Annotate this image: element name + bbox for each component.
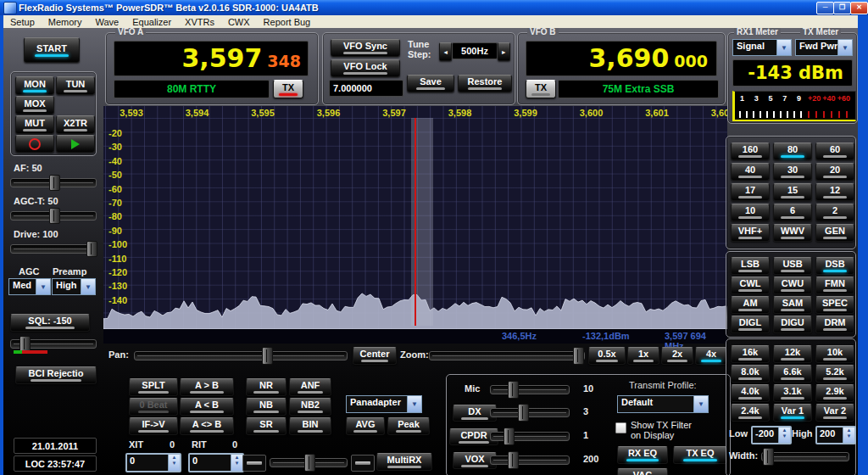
filter-button-16k[interactable]: 16k bbox=[731, 345, 770, 363]
spinner-up-icon[interactable]: ▲ bbox=[779, 428, 790, 433]
xit-spinner[interactable]: 0▲▼ bbox=[125, 453, 181, 472]
zero-beat-button[interactable]: 0 Beat bbox=[129, 398, 178, 416]
vfo-a-frequency-display[interactable]: 3,597 348 bbox=[114, 41, 309, 76]
mode-button-fmn[interactable]: FMN bbox=[815, 277, 854, 294]
close-button[interactable]: ✕ bbox=[850, 2, 868, 14]
spinner-down-icon[interactable]: ▼ bbox=[843, 433, 854, 439]
rx-meter-select[interactable]: Signal▼ bbox=[732, 39, 792, 56]
band-button-80[interactable]: 80 bbox=[773, 142, 812, 160]
tune-step-down-button[interactable]: ◄ bbox=[439, 42, 452, 61]
spinner-down-icon[interactable]: ▼ bbox=[169, 461, 180, 467]
menu-item-memory[interactable]: Memory bbox=[42, 17, 89, 27]
filter-high-spinner[interactable]: 200▲▼ bbox=[815, 426, 856, 444]
drive-slider[interactable] bbox=[10, 241, 97, 255]
mode-button-sam[interactable]: SAM bbox=[773, 296, 812, 314]
menu-item-equalizer[interactable]: Equalizer bbox=[125, 17, 178, 27]
band-button-60[interactable]: 60 bbox=[815, 142, 854, 160]
tuning-cursor[interactable] bbox=[415, 118, 416, 326]
menu-item-cwx[interactable]: CWX bbox=[221, 17, 257, 27]
mode-button-drm[interactable]: DRM bbox=[815, 316, 854, 333]
vfo-a-tx-button[interactable]: TX bbox=[273, 80, 303, 98]
zoom-1x-button[interactable]: 1x bbox=[627, 347, 659, 365]
menu-item-wave[interactable]: Wave bbox=[88, 17, 125, 27]
vfo-lock-button[interactable]: VFO Lock bbox=[331, 59, 400, 77]
spinner-down-icon[interactable]: ▼ bbox=[779, 433, 790, 439]
bin-button[interactable]: BIN bbox=[289, 417, 331, 435]
x2tr-button[interactable]: X2TR bbox=[56, 115, 95, 134]
rx-eq-button[interactable]: RX EQ bbox=[617, 446, 668, 464]
filter-button-2k9[interactable]: 2.9k bbox=[815, 384, 854, 402]
filter-button-4k[interactable]: 4.0k bbox=[731, 384, 770, 402]
vac-button[interactable]: VAC bbox=[617, 468, 668, 475]
tx-eq-button[interactable]: TX EQ bbox=[673, 446, 727, 464]
maximize-button[interactable]: ❐ bbox=[833, 2, 851, 14]
title-bar[interactable]: FlexRadio Systems™ PowerSDR™ Beta v2.0.1… bbox=[0, 0, 868, 15]
filter-button-var2[interactable]: Var 2 bbox=[815, 404, 854, 422]
a-to-b-button[interactable]: A > B bbox=[180, 378, 234, 396]
filter-width-slider[interactable] bbox=[761, 448, 849, 464]
a-swap-b-button[interactable]: A <> B bbox=[180, 417, 234, 435]
dx-slider[interactable] bbox=[490, 404, 570, 420]
peak-button[interactable]: Peak bbox=[387, 417, 430, 435]
show-tx-filter-checkbox[interactable] bbox=[615, 422, 626, 433]
filter-button-8k[interactable]: 8.0k bbox=[731, 365, 770, 383]
if-to-vfo-button[interactable]: IF->V bbox=[129, 417, 178, 435]
band-button-30[interactable]: 30 bbox=[773, 163, 812, 181]
filter-button-10k[interactable]: 10k bbox=[815, 345, 854, 363]
split-button[interactable]: SPLT bbox=[129, 378, 178, 396]
tun-button[interactable]: TUN bbox=[56, 76, 95, 95]
frequency-entry-field[interactable]: 7.000000 bbox=[329, 80, 403, 97]
nb-button[interactable]: NB bbox=[246, 398, 287, 416]
zoom-05x-button[interactable]: 0.5x bbox=[588, 347, 626, 365]
band-button-gen[interactable]: GEN bbox=[815, 224, 854, 242]
sub-rx-gain-slider[interactable] bbox=[351, 455, 375, 472]
display-mode-select[interactable]: Panadapter▼ bbox=[346, 395, 422, 413]
squelch-slider[interactable] bbox=[10, 336, 97, 350]
mode-button-usb[interactable]: USB bbox=[773, 257, 812, 275]
sub-rx-pan-slider[interactable] bbox=[270, 454, 348, 470]
band-button-15[interactable]: 15 bbox=[773, 183, 812, 201]
mode-button-cwu[interactable]: CWU bbox=[773, 277, 812, 294]
nb2-button[interactable]: NB2 bbox=[289, 398, 331, 416]
filter-button-6k6[interactable]: 6.6k bbox=[773, 365, 812, 383]
band-button-17[interactable]: 17 bbox=[731, 183, 770, 201]
spinner-down-icon[interactable]: ▼ bbox=[231, 461, 242, 467]
play-button[interactable] bbox=[56, 135, 95, 153]
af-slider[interactable] bbox=[10, 175, 97, 189]
zoom-slider[interactable] bbox=[429, 347, 585, 363]
band-button-2[interactable]: 2 bbox=[815, 204, 854, 221]
filter-button-var1[interactable]: Var 1 bbox=[773, 404, 812, 422]
mode-button-digl[interactable]: DIGL bbox=[731, 316, 770, 333]
mode-button-lsb[interactable]: LSB bbox=[731, 257, 770, 275]
vfo-b-frequency-display[interactable]: 3,690 000 bbox=[526, 41, 717, 76]
anf-button[interactable]: ANF bbox=[289, 378, 331, 396]
vfo-sync-button[interactable]: VFO Sync bbox=[331, 39, 400, 57]
agc-select[interactable]: Med▼ bbox=[8, 278, 51, 295]
menu-item-report-bug[interactable]: Report Bug bbox=[257, 17, 318, 27]
record-button[interactable] bbox=[15, 135, 54, 153]
band-button-20[interactable]: 20 bbox=[815, 163, 854, 181]
cpdr-slider[interactable] bbox=[490, 428, 570, 444]
bci-rejection-button[interactable]: BCI Rejectio bbox=[15, 366, 97, 384]
preamp-select[interactable]: High▼ bbox=[52, 278, 96, 295]
rit-spinner[interactable]: 0▲▼ bbox=[188, 453, 244, 472]
tune-step-up-button[interactable]: ► bbox=[498, 42, 510, 61]
band-button-160[interactable]: 160 bbox=[731, 142, 770, 160]
mon-button[interactable]: MON bbox=[15, 76, 54, 95]
band-button-10[interactable]: 10 bbox=[731, 204, 770, 221]
tx-meter-select[interactable]: Fwd Pwr▼ bbox=[795, 39, 853, 56]
filter-low-spinner[interactable]: -200▲▼ bbox=[751, 426, 792, 444]
menu-item-xvtrs[interactable]: XVTRs bbox=[178, 17, 221, 27]
minimize-button[interactable]: ─ bbox=[816, 2, 834, 14]
agct-slider[interactable] bbox=[10, 208, 97, 222]
restore-button[interactable]: Restore bbox=[458, 75, 512, 92]
band-button-6[interactable]: 6 bbox=[773, 204, 812, 221]
mode-button-cwl[interactable]: CWL bbox=[731, 277, 770, 294]
mut-button[interactable]: MUT bbox=[15, 115, 54, 134]
avg-button[interactable]: AVG bbox=[346, 417, 385, 435]
zoom-4x-button[interactable]: 4x bbox=[695, 347, 727, 365]
zoom-2x-button[interactable]: 2x bbox=[661, 347, 693, 365]
band-button-12[interactable]: 12 bbox=[815, 183, 854, 201]
mox-button[interactable]: MOX bbox=[15, 96, 54, 115]
sr-button[interactable]: SR bbox=[246, 417, 287, 435]
